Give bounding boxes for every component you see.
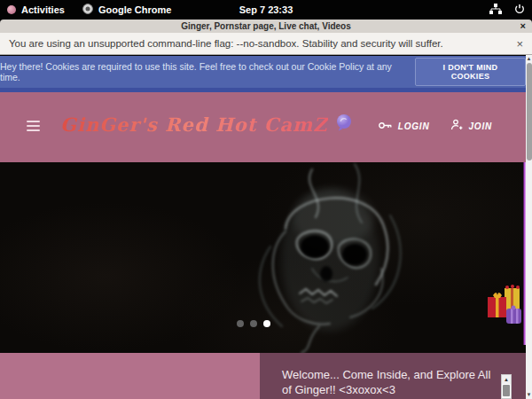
activities-icon [7,5,16,14]
scrollbar-down-icon[interactable]: ▼ [526,391,532,399]
menu-button[interactable] [27,121,40,134]
infobar-close-button[interactable]: × [516,37,523,51]
activities-label: Activities [21,4,65,15]
app-label: Google Chrome [98,4,172,15]
carousel-dot-3[interactable] [263,320,270,327]
hamburger-icon [27,121,40,131]
carousel-dot-1[interactable] [237,320,244,327]
window-title: Ginger, Pornstar page, Live chat, Videos [181,21,351,31]
logo-text: GinGer's Red Hot CamZ [60,113,328,136]
key-icon [378,121,393,132]
login-button[interactable]: LOGIN [378,119,430,133]
chrome-taskbar-item[interactable]: Google Chrome [82,4,172,16]
chat-bubble-icon [335,113,353,136]
cookie-message: Hey there! Cookies are required to use t… [0,61,403,82]
activities-button[interactable]: Activities [7,4,65,15]
window-close-button[interactable]: × [520,20,526,33]
welcome-scrollbar-thumb[interactable] [503,385,510,396]
bottom-pink-panel [0,353,260,399]
welcome-box: Welcome... Come Inside, and Explore All … [260,353,526,399]
scroll-up-icon[interactable]: ▲ [502,375,511,384]
network-icon[interactable] [489,2,502,18]
page-scrollbar[interactable]: ▲ ▼ [526,55,532,399]
cookie-accept-button[interactable]: I DON'T MIND COOKIES [415,58,526,86]
site-logo[interactable]: GinGer's Red Hot CamZ [60,113,353,136]
carousel-dot-2[interactable] [250,320,257,327]
desktop-top-bar: Activities Google Chrome Sep 7 23:33 [0,0,532,20]
gifts-widget[interactable] [486,282,523,332]
power-icon[interactable] [514,2,525,18]
scrollbar-up-icon[interactable]: ▲ [526,55,532,63]
carousel-dots [237,320,270,327]
page-scrollbar-thumb[interactable] [527,63,532,160]
join-button[interactable]: JOIN [450,119,492,133]
infobar-message: You are using an unsupported command-lin… [9,38,443,49]
join-label: JOIN [468,121,492,131]
infobar: You are using an unsupported command-lin… [0,33,532,55]
welcome-message: Welcome... Come Inside, and Explore All … [282,368,490,396]
gift-boxes-icon [486,282,523,328]
person-plus-icon [450,119,463,133]
cookie-bar: Hey there! Cookies are required to use t… [0,56,526,88]
hero-carousel [0,162,526,353]
welcome-scrollbar[interactable]: ▲ [501,374,512,399]
chrome-icon [82,4,93,16]
clock-label[interactable]: Sep 7 23:33 [239,4,293,15]
site-header: GinGer's Red Hot CamZ LOGIN JOIN [0,92,526,162]
login-label: LOGIN [398,121,430,131]
window-title-bar: Ginger, Pornstar page, Live chat, Videos… [0,20,532,33]
